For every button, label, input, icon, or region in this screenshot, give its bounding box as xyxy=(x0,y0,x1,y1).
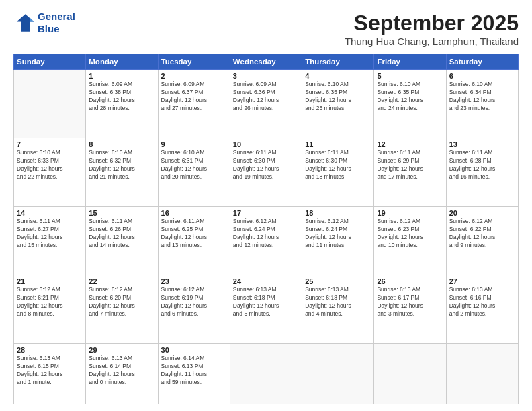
day-number: 15 xyxy=(89,209,154,217)
day-header-saturday: Saturday xyxy=(446,54,518,70)
day-number: 27 xyxy=(449,277,515,285)
day-number: 14 xyxy=(17,209,83,217)
day-info: Sunrise: 6:12 AM Sunset: 6:19 PM Dayligh… xyxy=(161,286,227,318)
day-info: Sunrise: 6:12 AM Sunset: 6:20 PM Dayligh… xyxy=(89,286,154,318)
day-info: Sunrise: 6:11 AM Sunset: 6:25 PM Dayligh… xyxy=(161,218,227,250)
calendar-week-row: 28Sunrise: 6:13 AM Sunset: 6:15 PM Dayli… xyxy=(14,344,519,404)
day-info: Sunrise: 6:11 AM Sunset: 6:27 PM Dayligh… xyxy=(17,218,83,250)
location-title: Thung Hua Chang, Lamphun, Thailand xyxy=(345,36,519,47)
day-number: 2 xyxy=(161,72,227,80)
calendar-cell xyxy=(374,344,446,404)
day-header-tuesday: Tuesday xyxy=(158,54,230,70)
day-info: Sunrise: 6:12 AM Sunset: 6:24 PM Dayligh… xyxy=(233,218,299,250)
day-number: 17 xyxy=(233,209,299,217)
day-header-friday: Friday xyxy=(374,54,446,70)
day-info: Sunrise: 6:10 AM Sunset: 6:33 PM Dayligh… xyxy=(17,149,83,181)
calendar-cell: 20Sunrise: 6:12 AM Sunset: 6:22 PM Dayli… xyxy=(446,207,518,275)
day-info: Sunrise: 6:12 AM Sunset: 6:24 PM Dayligh… xyxy=(305,218,371,250)
calendar-cell: 6Sunrise: 6:10 AM Sunset: 6:34 PM Daylig… xyxy=(446,70,518,138)
day-info: Sunrise: 6:13 AM Sunset: 6:16 PM Dayligh… xyxy=(449,286,515,318)
calendar-cell: 7Sunrise: 6:10 AM Sunset: 6:33 PM Daylig… xyxy=(14,138,86,207)
day-number: 24 xyxy=(233,277,299,285)
day-info: Sunrise: 6:13 AM Sunset: 6:14 PM Dayligh… xyxy=(89,355,154,387)
calendar-cell: 3Sunrise: 6:09 AM Sunset: 6:36 PM Daylig… xyxy=(230,70,302,138)
day-info: Sunrise: 6:14 AM Sunset: 6:13 PM Dayligh… xyxy=(161,355,227,387)
day-number: 4 xyxy=(305,72,371,80)
day-info: Sunrise: 6:11 AM Sunset: 6:30 PM Dayligh… xyxy=(305,149,371,181)
day-number: 5 xyxy=(377,72,443,80)
calendar-cell: 10Sunrise: 6:11 AM Sunset: 6:30 PM Dayli… xyxy=(230,138,302,207)
day-number: 12 xyxy=(377,140,443,148)
calendar-cell: 8Sunrise: 6:10 AM Sunset: 6:32 PM Daylig… xyxy=(86,138,158,207)
title-block: September 2025 Thung Hua Chang, Lamphun,… xyxy=(345,11,519,47)
calendar-cell xyxy=(302,344,374,404)
day-number: 28 xyxy=(17,346,83,354)
calendar-week-row: 14Sunrise: 6:11 AM Sunset: 6:27 PM Dayli… xyxy=(14,207,519,275)
day-info: Sunrise: 6:09 AM Sunset: 6:37 PM Dayligh… xyxy=(161,81,227,113)
day-number: 29 xyxy=(89,346,154,354)
calendar-week-row: 21Sunrise: 6:12 AM Sunset: 6:21 PM Dayli… xyxy=(14,275,519,344)
calendar-cell: 27Sunrise: 6:13 AM Sunset: 6:16 PM Dayli… xyxy=(446,275,518,344)
calendar-cell: 5Sunrise: 6:10 AM Sunset: 6:35 PM Daylig… xyxy=(374,70,446,138)
day-header-thursday: Thursday xyxy=(302,54,374,70)
day-header-sunday: Sunday xyxy=(14,54,86,70)
day-info: Sunrise: 6:10 AM Sunset: 6:35 PM Dayligh… xyxy=(305,81,371,113)
day-number: 20 xyxy=(449,209,515,217)
calendar-week-row: 7Sunrise: 6:10 AM Sunset: 6:33 PM Daylig… xyxy=(14,138,519,207)
page: General Blue September 2025 Thung Hua Ch… xyxy=(0,0,532,411)
day-header-wednesday: Wednesday xyxy=(230,54,302,70)
calendar-cell: 21Sunrise: 6:12 AM Sunset: 6:21 PM Dayli… xyxy=(14,275,86,344)
month-title: September 2025 xyxy=(345,11,519,36)
header: General Blue September 2025 Thung Hua Ch… xyxy=(13,11,519,47)
calendar-cell xyxy=(230,344,302,404)
day-info: Sunrise: 6:11 AM Sunset: 6:29 PM Dayligh… xyxy=(377,149,443,181)
calendar-cell: 16Sunrise: 6:11 AM Sunset: 6:25 PM Dayli… xyxy=(158,207,230,275)
day-info: Sunrise: 6:11 AM Sunset: 6:30 PM Dayligh… xyxy=(233,149,299,181)
day-info: Sunrise: 6:10 AM Sunset: 6:34 PM Dayligh… xyxy=(449,81,515,113)
logo-icon xyxy=(13,12,35,34)
day-number: 22 xyxy=(89,277,154,285)
calendar-cell: 26Sunrise: 6:13 AM Sunset: 6:17 PM Dayli… xyxy=(374,275,446,344)
calendar-table: SundayMondayTuesdayWednesdayThursdayFrid… xyxy=(13,54,519,404)
calendar-cell: 24Sunrise: 6:13 AM Sunset: 6:18 PM Dayli… xyxy=(230,275,302,344)
day-info: Sunrise: 6:13 AM Sunset: 6:15 PM Dayligh… xyxy=(17,355,83,387)
calendar-cell: 13Sunrise: 6:11 AM Sunset: 6:28 PM Dayli… xyxy=(446,138,518,207)
day-number: 16 xyxy=(161,209,227,217)
calendar-cell: 4Sunrise: 6:10 AM Sunset: 6:35 PM Daylig… xyxy=(302,70,374,138)
calendar-cell xyxy=(14,70,86,138)
calendar-cell: 23Sunrise: 6:12 AM Sunset: 6:19 PM Dayli… xyxy=(158,275,230,344)
day-info: Sunrise: 6:12 AM Sunset: 6:23 PM Dayligh… xyxy=(377,218,443,250)
calendar-cell: 2Sunrise: 6:09 AM Sunset: 6:37 PM Daylig… xyxy=(158,70,230,138)
day-number: 3 xyxy=(233,72,299,80)
calendar-cell: 11Sunrise: 6:11 AM Sunset: 6:30 PM Dayli… xyxy=(302,138,374,207)
calendar-header-row: SundayMondayTuesdayWednesdayThursdayFrid… xyxy=(14,54,519,70)
day-info: Sunrise: 6:13 AM Sunset: 6:17 PM Dayligh… xyxy=(377,286,443,318)
day-info: Sunrise: 6:10 AM Sunset: 6:35 PM Dayligh… xyxy=(377,81,443,113)
day-number: 18 xyxy=(305,209,371,217)
day-info: Sunrise: 6:13 AM Sunset: 6:18 PM Dayligh… xyxy=(233,286,299,318)
day-info: Sunrise: 6:10 AM Sunset: 6:31 PM Dayligh… xyxy=(161,149,227,181)
calendar-cell xyxy=(446,344,518,404)
logo-text: General Blue xyxy=(38,11,75,35)
svg-marker-0 xyxy=(17,14,34,32)
calendar-cell: 30Sunrise: 6:14 AM Sunset: 6:13 PM Dayli… xyxy=(158,344,230,404)
day-info: Sunrise: 6:11 AM Sunset: 6:26 PM Dayligh… xyxy=(89,218,154,250)
day-number: 13 xyxy=(449,140,515,148)
calendar-cell: 19Sunrise: 6:12 AM Sunset: 6:23 PM Dayli… xyxy=(374,207,446,275)
calendar-cell: 28Sunrise: 6:13 AM Sunset: 6:15 PM Dayli… xyxy=(14,344,86,404)
day-number: 7 xyxy=(17,140,83,148)
calendar-cell: 15Sunrise: 6:11 AM Sunset: 6:26 PM Dayli… xyxy=(86,207,158,275)
day-number: 1 xyxy=(89,72,154,80)
day-number: 23 xyxy=(161,277,227,285)
day-number: 6 xyxy=(449,72,515,80)
calendar-cell: 17Sunrise: 6:12 AM Sunset: 6:24 PM Dayli… xyxy=(230,207,302,275)
day-number: 19 xyxy=(377,209,443,217)
day-number: 8 xyxy=(89,140,154,148)
day-number: 26 xyxy=(377,277,443,285)
calendar-cell: 29Sunrise: 6:13 AM Sunset: 6:14 PM Dayli… xyxy=(86,344,158,404)
day-number: 30 xyxy=(161,346,227,354)
svg-marker-1 xyxy=(30,17,34,21)
day-number: 21 xyxy=(17,277,83,285)
logo: General Blue xyxy=(13,11,75,35)
calendar-cell: 12Sunrise: 6:11 AM Sunset: 6:29 PM Dayli… xyxy=(374,138,446,207)
